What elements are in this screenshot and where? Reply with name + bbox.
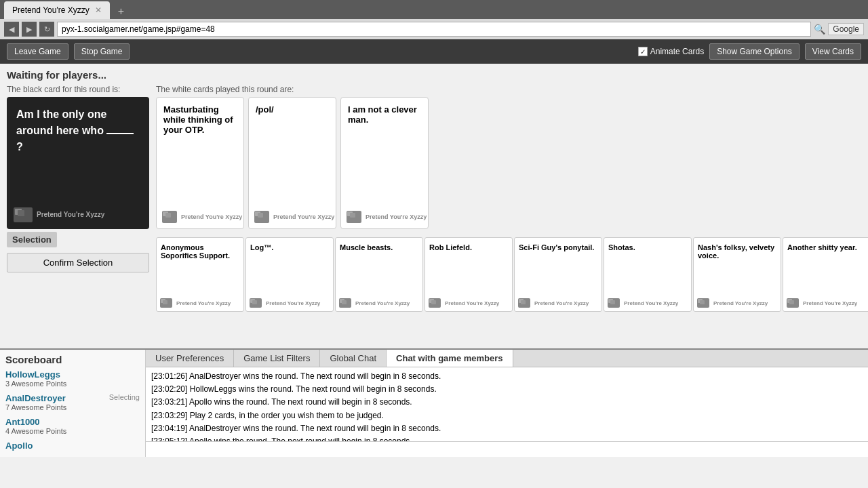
score-name-0: HollowLeggs xyxy=(5,369,60,380)
hand-card-6[interactable]: Nash's folksy, velvety voice. Pretend Yo… xyxy=(693,237,781,312)
black-card-brand-text: Pretend You're Xyzzy xyxy=(37,210,104,220)
hand-card-7-brand: Pretend You're Xyzzy xyxy=(787,298,857,308)
score-player-3: Apollo xyxy=(5,441,140,451)
hand-card-6-brand-text: Pretend You're Xyzzy xyxy=(713,300,768,306)
hand-card-2[interactable]: Muscle beasts. Pretend You're Xyzzy xyxy=(335,237,423,312)
hand-card-2-brand: Pretend You're Xyzzy xyxy=(339,298,410,308)
show-game-options-button[interactable]: Show Game Options xyxy=(709,43,800,60)
chat-message-1: [23:02:20] HollowLeggs wins the round. T… xyxy=(151,383,863,396)
hand-card-7-text: Another shitty year. xyxy=(787,243,866,251)
hand-card-brand-icon-3 xyxy=(429,298,441,308)
forward-button[interactable]: ▶ xyxy=(22,22,37,37)
selection-label: Selection xyxy=(7,232,57,247)
score-points-2: 4 Awesome Points xyxy=(5,427,140,435)
chat-input[interactable] xyxy=(146,442,868,457)
hand-card-brand-icon-0 xyxy=(160,298,172,308)
hand-card-4[interactable]: Sci-Fi Guy's ponytail. Pretend You're Xy… xyxy=(514,237,602,312)
view-cards-button[interactable]: View Cards xyxy=(805,43,861,60)
chat-message-0: [23:01:26] AnalDestroyer wins the round.… xyxy=(151,370,863,383)
scoreboard-title: Scoreboard xyxy=(5,354,140,365)
hand-card-brand-icon-7 xyxy=(787,298,799,308)
animate-cards-label[interactable]: ✓ Animate Cards xyxy=(638,47,704,56)
chat-message-4: [23:04:19] AnalDestroyer wins the round.… xyxy=(151,422,863,435)
hand-card-5-text: Shotas. xyxy=(608,243,687,251)
white-card-1-text: /pol/ xyxy=(256,104,329,115)
hand-card-4-brand: Pretend You're Xyzzy xyxy=(518,298,589,308)
score-name-3: Apollo xyxy=(5,441,33,451)
white-card-brand-icon-2 xyxy=(347,211,361,223)
hand-card-0[interactable]: Anonymous Soporifics Support. Pretend Yo… xyxy=(156,237,244,312)
white-card-0-brand: Pretend You're Xyzzy xyxy=(162,211,242,223)
chat-message-2: [23:03:21] Apollo wins the round. The ne… xyxy=(151,396,863,409)
hand-card-6-brand: Pretend You're Xyzzy xyxy=(697,298,768,308)
white-card-0-brand-text: Pretend You're Xyzzy xyxy=(181,214,242,220)
hand-card-1-text: Log™. xyxy=(250,243,329,251)
animate-cards-checkbox[interactable]: ✓ xyxy=(638,47,648,56)
refresh-button[interactable]: ↻ xyxy=(39,22,54,37)
score-points-1: 7 Awesome Points xyxy=(5,403,140,411)
hand-card-2-brand-text: Pretend You're Xyzzy xyxy=(355,300,410,306)
hand-card-7-brand-text: Pretend You're Xyzzy xyxy=(803,300,857,306)
white-card-brand-icon-0 xyxy=(162,211,177,223)
hand-card-5[interactable]: Shotas. Pretend You're Xyzzy xyxy=(604,237,692,312)
hand-card-brand-icon-5 xyxy=(608,298,620,308)
hand-card-4-brand-text: Pretend You're Xyzzy xyxy=(534,300,589,306)
google-search[interactable]: Google xyxy=(828,23,864,35)
score-points-0: 3 Awesome Points xyxy=(5,380,140,388)
animate-cards-text: Animate Cards xyxy=(650,47,704,56)
white-card-2[interactable]: I am not a clever man. Pretend You're Xy… xyxy=(340,97,429,229)
confirm-selection-button[interactable]: Confirm Selection xyxy=(7,253,149,272)
chat-tab-0[interactable]: User Preferences xyxy=(146,350,234,367)
white-card-brand-icon-1 xyxy=(254,211,269,223)
hand-cards-row: Anonymous Soporifics Support. Pretend Yo… xyxy=(156,237,868,312)
hand-card-5-brand: Pretend You're Xyzzy xyxy=(608,298,678,308)
new-tab-button[interactable]: + xyxy=(113,4,130,19)
score-status-1: Selecting xyxy=(109,393,140,401)
chat-tabs: User PreferencesGame List FiltersGlobal … xyxy=(146,350,868,367)
black-card-section: The black card for this round is: Am I t… xyxy=(7,85,149,312)
white-card-2-text: I am not a clever man. xyxy=(348,104,421,125)
chat-message-3: [23:03:29] Play 2 cards, in the order yo… xyxy=(151,409,863,422)
hand-card-0-brand-text: Pretend You're Xyzzy xyxy=(176,300,231,306)
chat-tab-1[interactable]: Game List Filters xyxy=(234,350,320,367)
back-button[interactable]: ◀ xyxy=(4,22,19,37)
hand-card-1-brand: Pretend You're Xyzzy xyxy=(250,298,320,308)
white-card-0-text: Masturbating while thinking of your OTP. xyxy=(163,104,237,135)
hand-card-7[interactable]: Another shitty year. Pretend You're Xyzz… xyxy=(783,237,868,312)
chat-tab-3[interactable]: Chat with game members xyxy=(387,350,513,367)
hand-card-1-brand-text: Pretend You're Xyzzy xyxy=(266,300,320,306)
hand-card-3-brand: Pretend You're Xyzzy xyxy=(429,298,499,308)
browser-tab[interactable]: Pretend You're Xyzzy ✕ xyxy=(4,1,110,19)
score-name-1: AnalDestroyer xyxy=(5,393,66,403)
white-card-1[interactable]: /pol/ Pretend You're Xyzzy xyxy=(248,97,336,229)
hand-card-brand-icon-2 xyxy=(339,298,351,308)
black-card-text: Am I the only one around here who ? xyxy=(16,106,140,155)
score-player-1: AnalDestroyer Selecting 7 Awesome Points xyxy=(5,393,140,411)
chat-area: User PreferencesGame List FiltersGlobal … xyxy=(146,350,868,457)
white-card-2-brand: Pretend You're Xyzzy xyxy=(347,211,427,223)
white-cards-row: Masturbating while thinking of your OTP.… xyxy=(156,97,868,229)
address-input[interactable] xyxy=(57,22,811,37)
game-status: Waiting for players... xyxy=(7,69,861,81)
hand-card-1[interactable]: Log™. Pretend You're Xyzzy xyxy=(245,237,334,312)
chat-tab-2[interactable]: Global Chat xyxy=(320,350,387,367)
chat-messages: [23:01:26] AnalDestroyer wins the round.… xyxy=(146,367,868,441)
tab-close-icon[interactable]: ✕ xyxy=(95,5,102,15)
hand-card-0-text: Anonymous Soporifics Support. xyxy=(161,243,239,260)
leave-game-button[interactable]: Leave Game xyxy=(7,43,68,60)
white-card-1-brand: Pretend You're Xyzzy xyxy=(254,211,334,223)
score-player-2: Ant1000 4 Awesome Points xyxy=(5,417,140,435)
black-card-brand: Pretend You're Xyzzy xyxy=(14,207,104,222)
white-cards-label: The white cards played this round are: xyxy=(156,85,868,94)
search-icon: 🔍 xyxy=(814,24,825,35)
hand-card-3-text: Rob Liefeld. xyxy=(429,243,508,251)
score-name-2: Ant1000 xyxy=(5,417,40,427)
stop-game-button[interactable]: Stop Game xyxy=(74,43,130,60)
hand-card-3-brand-text: Pretend You're Xyzzy xyxy=(445,300,499,306)
hand-card-3[interactable]: Rob Liefeld. Pretend You're Xyzzy xyxy=(425,237,513,312)
hand-card-0-brand: Pretend You're Xyzzy xyxy=(160,298,231,308)
black-card: Am I the only one around here who ? Pret… xyxy=(7,97,149,229)
white-card-0[interactable]: Masturbating while thinking of your OTP.… xyxy=(156,97,244,229)
white-card-1-brand-text: Pretend You're Xyzzy xyxy=(273,214,334,220)
chat-input-row xyxy=(146,441,868,457)
